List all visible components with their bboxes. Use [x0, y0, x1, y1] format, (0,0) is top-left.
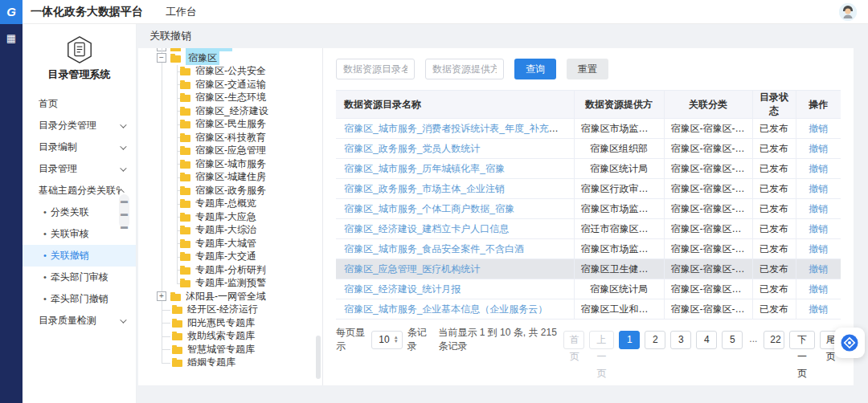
- sidebar-item[interactable]: •牵头部门撤销: [23, 288, 136, 310]
- reset-button[interactable]: 重置: [567, 59, 608, 79]
- revoke-link[interactable]: 撤销: [809, 203, 828, 214]
- page-size-select[interactable]: 10 ▲▼: [371, 331, 402, 349]
- tree-item[interactable]: 宿豫区-城建住房: [138, 171, 322, 185]
- sidebar-item[interactable]: •关联审核: [23, 223, 136, 245]
- revoke-link[interactable]: 撤销: [809, 243, 828, 254]
- revoke-link[interactable]: 撤销: [809, 163, 828, 174]
- page-button[interactable]: 4: [696, 331, 717, 349]
- bullet-icon: •: [43, 267, 47, 288]
- page-button[interactable]: 3: [670, 331, 691, 349]
- catalog-name-link[interactable]: 宿豫区_城市服务_食品安全案件_不含白酒: [344, 243, 524, 254]
- page-button[interactable]: 2: [645, 331, 665, 349]
- provider-cell: 宿豫区组织部: [574, 139, 664, 159]
- tree-item-label: 沭阳县-一网管全域: [186, 290, 266, 303]
- platform-logo-icon[interactable]: G: [0, 0, 23, 24]
- sidebar-item[interactable]: 目录管理: [23, 158, 136, 180]
- tree-item[interactable]: 专题库-总概览: [138, 197, 322, 211]
- content-card: −宿豫区宿豫区-公共安全宿豫区-交通运输宿豫区-生态环境宿豫区_经济建设宿豫区-…: [138, 48, 854, 385]
- tree-item[interactable]: 宿豫区-公共安全: [138, 65, 322, 79]
- catalog-name-link[interactable]: 宿豫区_城市服务_企业基本信息（企业服务云）: [344, 303, 547, 315]
- action-cell: 撤销: [796, 279, 841, 299]
- sidebar-item[interactable]: 首页: [23, 93, 136, 115]
- tree-item-label: 宿豫区-应急管理: [195, 144, 266, 157]
- tree-item[interactable]: 智慧城管专题库: [138, 343, 322, 356]
- sidebar-item[interactable]: •关联撤销: [23, 245, 136, 267]
- revoke-link[interactable]: 撤销: [809, 263, 828, 275]
- assistant-float-button[interactable]: [834, 328, 865, 358]
- catalog-name-link[interactable]: 宿豫区_经济建设_建档立卡户人口信息: [344, 223, 509, 234]
- provider-cell: 宿豫区市场监管局: [574, 119, 664, 139]
- catalog-name-input[interactable]: [336, 59, 415, 79]
- search-button[interactable]: 查询: [514, 59, 556, 79]
- tree-item[interactable]: 宿豫区-应急管理: [138, 145, 322, 158]
- page-button[interactable]: 1: [619, 331, 640, 349]
- tree-item[interactable]: 专题库-监测预警: [138, 277, 322, 291]
- tree-item[interactable]: 宿豫区-城市服务: [138, 157, 322, 171]
- sidebar-item-label: 目录编制: [39, 136, 120, 158]
- table-row: 宿豫区_政务服务_党员人数统计宿豫区组织部宿豫区-宿豫区-政务服务已发布撤销: [336, 139, 841, 159]
- tree-item[interactable]: 宿豫区-民生服务: [138, 118, 322, 132]
- tree-item-label: 智慧城管专题库: [187, 343, 255, 356]
- sidebar-item[interactable]: 目录质量检测: [23, 310, 136, 332]
- chevron-down-icon: [120, 165, 126, 171]
- provider-cell: 宿豫区工业和信息化局: [574, 299, 664, 320]
- tree-item[interactable]: 专题库-分析研判: [138, 263, 322, 277]
- catalog-name-link[interactable]: 宿豫区_政务服务_市场主体_企业注销: [344, 183, 505, 194]
- tree-item[interactable]: 阳光惠民专题库: [138, 316, 322, 330]
- page-button[interactable]: 5: [722, 331, 743, 349]
- action-cell: 撤销: [796, 159, 841, 179]
- tree-item[interactable]: 救助线索专题库: [138, 330, 322, 344]
- status-cell: 已发布: [752, 119, 796, 139]
- page-button[interactable]: 下一页: [789, 331, 814, 349]
- expand-icon[interactable]: +: [157, 291, 166, 301]
- collapse-icon[interactable]: −: [157, 53, 166, 63]
- tree-item[interactable]: 婚姻专题库: [138, 356, 322, 370]
- tree-item[interactable]: 宿豫区-生态环境: [138, 92, 322, 105]
- tree-item[interactable]: 专题库-大交通: [138, 250, 322, 264]
- tree-item[interactable]: 宿豫区-政务服务: [138, 184, 322, 197]
- page-button[interactable]: 22: [764, 331, 784, 349]
- sidebar-item[interactable]: 目录编制: [23, 136, 136, 158]
- catalog-name-link[interactable]: 宿豫区_应急管理_医疗机构统计: [344, 263, 480, 275]
- category-cell: 宿豫区-宿豫区_经济建设: [664, 279, 752, 299]
- bullet-icon: •: [43, 223, 47, 245]
- revoke-link[interactable]: 撤销: [809, 303, 828, 315]
- avatar-icon: [839, 3, 857, 21]
- table-pane: 查询 重置 数据资源目录名称数据资源提供方关联分类目录状态操作 宿豫区_城市服务…: [323, 48, 854, 385]
- tree-item[interactable]: −宿豫区: [138, 51, 322, 65]
- app-title: 一体化政务大数据平台: [31, 5, 143, 19]
- revoke-link[interactable]: 撤销: [809, 183, 828, 194]
- sidebar-item[interactable]: 目录分类管理: [23, 115, 136, 136]
- page-button[interactable]: 上一页: [589, 331, 614, 349]
- folder-icon: [172, 360, 182, 367]
- revoke-link[interactable]: 撤销: [809, 283, 828, 295]
- tree-item[interactable]: 宿豫区-科技教育: [138, 131, 322, 145]
- catalog-name-link[interactable]: 宿豫区_政务服务_党员人数统计: [344, 143, 480, 154]
- page-button: ...: [747, 331, 759, 349]
- column-header: 数据资源目录名称: [336, 91, 574, 119]
- tree-item[interactable]: 专题库-大城管: [138, 237, 322, 250]
- apps-grid-icon[interactable]: ▦: [0, 32, 23, 44]
- provider-cell: 宿迁市宿豫区民政局: [574, 219, 664, 239]
- tree-item[interactable]: 宿豫区_经济建设: [138, 104, 322, 118]
- tree-item[interactable]: +沭阳县-一网管全域: [138, 290, 322, 303]
- user-avatar[interactable]: [839, 3, 857, 21]
- tree-item[interactable]: 宿豫区-交通运输: [138, 78, 322, 92]
- provider-input[interactable]: [425, 59, 504, 79]
- folder-icon: [180, 95, 190, 102]
- catalog-name-link[interactable]: 宿豫区_城市服务_历年城镇化率_宿豫: [344, 163, 505, 174]
- revoke-link[interactable]: 撤销: [809, 223, 828, 234]
- catalog-name-link[interactable]: 宿豫区_城市服务_消费者投诉统计表_年度_补充材料: [344, 123, 568, 134]
- sidebar-collapse-handle[interactable]: ▬▬▬: [119, 194, 129, 228]
- catalog-name-link[interactable]: 宿豫区_城市服务_个体工商户数据_宿豫: [344, 203, 514, 214]
- catalog-name-link[interactable]: 宿豫区_经济建设_统计月报: [344, 283, 461, 295]
- page-button[interactable]: 首页: [563, 331, 584, 349]
- tree-scrollbar[interactable]: [316, 336, 321, 379]
- menu-workbench[interactable]: 工作台: [166, 5, 197, 19]
- tree-item[interactable]: 专题库-大综治: [138, 224, 322, 238]
- revoke-link[interactable]: 撤销: [809, 123, 828, 134]
- tree-item[interactable]: 经开区-经济运行: [138, 303, 322, 317]
- sidebar-item[interactable]: •牵头部门审核: [23, 267, 136, 288]
- revoke-link[interactable]: 撤销: [809, 143, 828, 154]
- tree-item[interactable]: 专题库-大应急: [138, 210, 322, 224]
